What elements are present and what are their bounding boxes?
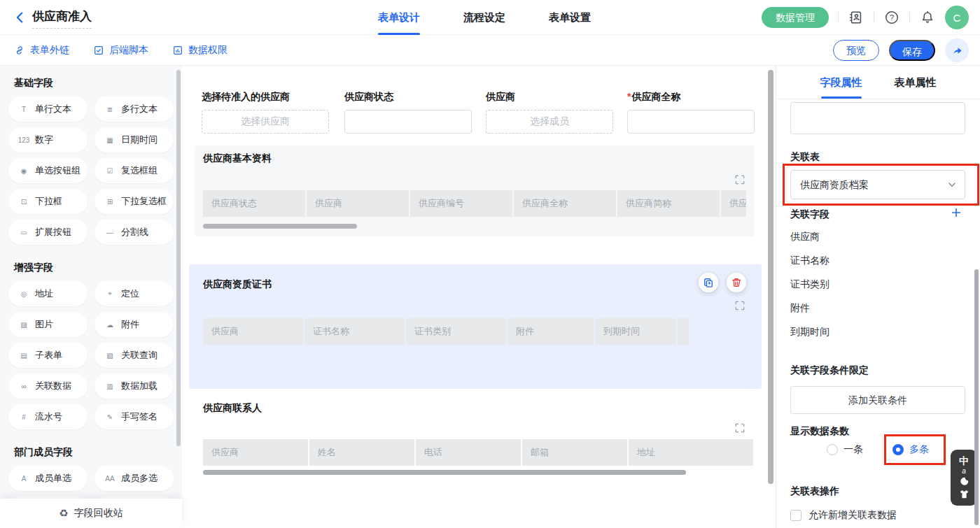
add-related-field-icon[interactable]	[951, 207, 962, 221]
related-field-item[interactable]: 附件	[790, 302, 810, 315]
back-icon[interactable]	[13, 10, 28, 25]
column-header: 电话	[416, 439, 522, 466]
column-header: 供应商	[307, 190, 410, 217]
supplier-status-input[interactable]	[344, 110, 472, 134]
field-type-address[interactable]: ◎地址	[8, 281, 88, 306]
radio-option-multiple[interactable]: 多条	[892, 443, 929, 456]
user-avatar[interactable]: C	[945, 6, 969, 29]
field-type-extend-button[interactable]: ▭扩展按钮	[8, 220, 88, 245]
related-field-item[interactable]: 供应商	[790, 231, 820, 243]
field-type-location[interactable]: ⌖定位	[94, 281, 174, 306]
select-supplier-input[interactable]: 选择供应商	[202, 110, 329, 134]
related-field-item[interactable]: 证书类别	[790, 278, 830, 291]
table-horizontal-scrollbar[interactable]	[203, 224, 357, 229]
field-type-subform[interactable]: ▤子表单	[8, 343, 88, 368]
column-header: 供应商简称	[617, 190, 721, 217]
expand-icon[interactable]	[735, 301, 745, 313]
multi-line-text-icon: ≣	[104, 106, 116, 113]
tab-field-properties[interactable]: 字段属性	[820, 66, 862, 99]
notification-bell-icon[interactable]	[919, 9, 936, 26]
share-button[interactable]	[945, 38, 969, 62]
toolbar-links: 表单外链 后端脚本 数据权限	[14, 35, 227, 66]
shirt-icon	[959, 489, 969, 499]
select-member-input[interactable]: 选择成员	[486, 110, 613, 134]
field-type-select[interactable]: ⊡下拉框	[8, 189, 88, 214]
add-condition-button[interactable]: 添加关联条件	[790, 386, 965, 414]
field-title-input[interactable]	[790, 102, 965, 134]
floating-translate-widget[interactable]: 中 a	[951, 450, 977, 506]
chevron-down-icon	[948, 180, 956, 189]
field-type-checkbox-group[interactable]: ☑复选框组	[94, 158, 174, 183]
checkbox-group-icon: ☑	[104, 167, 116, 175]
tab-form-design[interactable]: 表单设计	[378, 0, 420, 35]
number-icon: 123	[18, 136, 30, 144]
header-right-cluster: 数据管理 ? C	[762, 0, 969, 35]
panel-vertical-scrollbar[interactable]	[974, 269, 979, 525]
section-supplier-basic-info[interactable]: 供应商基本资料 供应商状态 供应商 供应商编号 供应商全称 供应商简称 供应产品	[195, 145, 755, 236]
form-field-select-supplier[interactable]: 选择待准入的供应商 选择供应商	[202, 91, 329, 134]
tab-form-setting[interactable]: 表单设置	[549, 0, 591, 35]
field-type-image[interactable]: ▨图片	[8, 312, 88, 337]
related-fields-label: 关联字段	[790, 208, 830, 221]
form-field-supplier[interactable]: 供应商 选择成员	[486, 91, 613, 134]
field-type-data-load[interactable]: ▥数据加载	[94, 373, 174, 399]
field-type-multi-select[interactable]: ⊞下拉复选框	[94, 189, 174, 214]
expand-icon[interactable]	[735, 175, 745, 187]
section-supplier-certificates-selected[interactable]: 供应商资质证书 供应商 证书名称 证书类别 附件 到期时间	[189, 264, 762, 389]
column-header: 供应商编号	[410, 190, 514, 217]
field-type-multi-line-text[interactable]: ≣多行文本	[94, 97, 174, 122]
radio-option-single[interactable]: 一条	[827, 443, 863, 456]
allow-add-related-data-checkbox[interactable]: 允许新增关联表数据	[790, 509, 897, 522]
field-type-serial-number[interactable]: #流水号	[8, 404, 88, 429]
supplier-fullname-input[interactable]	[627, 110, 755, 134]
field-type-signature[interactable]: ✎手写签名	[94, 404, 174, 429]
page-title[interactable]: 供应商准入	[32, 8, 92, 29]
expand-icon[interactable]	[735, 423, 745, 436]
field-type-divider[interactable]: —分割线	[94, 220, 174, 245]
field-type-linked-data[interactable]: ∞关联数据	[8, 373, 88, 399]
field-type-number[interactable]: 123数字	[8, 127, 88, 152]
canvas-vertical-scrollbar[interactable]	[768, 70, 774, 484]
tab-form-properties[interactable]: 表单属性	[895, 66, 937, 99]
radio-off-icon	[827, 444, 838, 455]
field-type-attachment[interactable]: ☁附件	[94, 312, 174, 337]
related-table-select[interactable]: 供应商资质档案	[790, 170, 965, 199]
form-field-supplier-status[interactable]: 供应商状态	[344, 91, 472, 134]
table-horizontal-scrollbar[interactable]	[203, 470, 686, 475]
column-header: 供应商全称	[514, 190, 617, 217]
field-type-member-multi[interactable]: AA成员多选	[94, 466, 174, 491]
related-field-item[interactable]: 到期时间	[790, 326, 830, 338]
field-type-datetime[interactable]: ▦日期时间	[94, 127, 174, 152]
field-type-member-single[interactable]: A成员单选	[8, 466, 88, 491]
delete-section-button[interactable]	[727, 273, 746, 292]
select-icon: ⊡	[18, 198, 30, 206]
member-multi-icon: AA	[104, 475, 116, 483]
preview-button[interactable]: 预览	[833, 40, 879, 61]
contact-book-icon[interactable]	[848, 9, 864, 26]
save-button[interactable]: 保存	[889, 40, 935, 61]
field-type-linked-query[interactable]: ▧关联查询	[94, 343, 174, 368]
field-type-radio-group[interactable]: ◉单选按钮组	[8, 158, 88, 183]
data-manage-button[interactable]: 数据管理	[762, 7, 829, 28]
external-link-button[interactable]: 表单外链	[14, 35, 69, 66]
help-icon[interactable]: ?	[883, 9, 900, 26]
data-permission-button[interactable]: 数据权限	[172, 35, 227, 66]
field-recycle-bin[interactable]: ♻ 字段回收站	[0, 499, 182, 528]
form-field-supplier-fullname[interactable]: *供应商全称	[627, 91, 755, 134]
field-library-sidebar: 基础字段 T单行文本 ≣多行文本 123数字 ▦日期时间 ◉单选按钮组 ☑复选框…	[0, 66, 182, 528]
related-field-item[interactable]: 证书名称	[790, 255, 830, 267]
column-header: 地址	[629, 439, 753, 466]
app-window: 供应商准入 表单设计 流程设定 表单设置 数据管理 ?	[0, 0, 980, 528]
copy-section-button[interactable]	[699, 273, 718, 292]
section-supplier-contacts[interactable]: 供应商联系人 供应商 姓名 电话 邮箱 地址	[195, 395, 755, 484]
subform-icon: ▤	[18, 352, 30, 359]
divider	[838, 12, 839, 23]
divider-icon: —	[104, 229, 116, 236]
backend-script-button[interactable]: 后端脚本	[93, 35, 148, 66]
tab-flow-setting[interactable]: 流程设定	[463, 0, 505, 35]
table-header-row: 供应商状态 供应商 供应商编号 供应商全称 供应商简称 供应产品	[203, 190, 746, 217]
sidebar-scrollbar[interactable]	[176, 70, 181, 446]
field-type-single-line-text[interactable]: T单行文本	[8, 97, 88, 122]
translate-a-icon: a	[962, 468, 966, 475]
active-tab-underline	[378, 33, 420, 35]
